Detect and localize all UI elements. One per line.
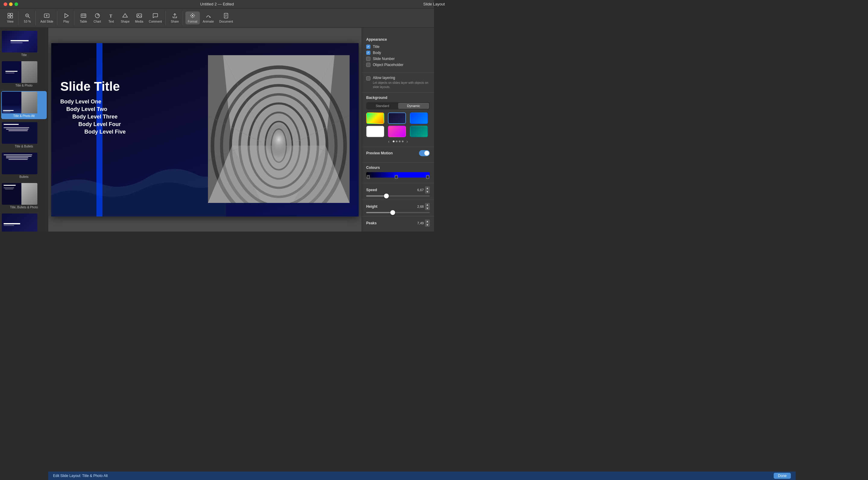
slide-thumb-tbp-label: Title, Bullets & Photo	[2, 206, 46, 210]
table-button[interactable]: Table	[77, 11, 90, 24]
gradient-handle-mid[interactable]	[395, 175, 398, 179]
svg-rect-3	[10, 16, 13, 18]
swatch-pink-purple[interactable]	[388, 126, 406, 137]
slide-thumb-section[interactable]: Section	[1, 213, 47, 232]
peaks-up[interactable]: ▲	[425, 219, 430, 223]
swatch-white[interactable]	[366, 126, 384, 137]
height-value-container: 2,68 ▲ ▼	[417, 203, 430, 210]
shape-button[interactable]: Shape	[119, 11, 132, 24]
speed-slider[interactable]	[366, 196, 430, 197]
background-title: Background	[366, 96, 430, 100]
comment-button[interactable]: Comment	[147, 11, 164, 24]
body-checkbox-label: Body	[373, 51, 381, 55]
swatch-dark-blue[interactable]	[388, 113, 406, 124]
right-panel: Slide Layout Appearance Title Body Slide…	[362, 28, 434, 232]
text-button[interactable]: T Text	[104, 11, 118, 24]
height-row: Height 2,68 ▲ ▼	[366, 203, 430, 210]
animate-button[interactable]: Animate	[200, 11, 216, 24]
allow-layering-section: Allow layering Let objects on slides lay…	[362, 73, 434, 93]
slide-thumb-photoalt[interactable]: Title & Photo Alt	[1, 91, 47, 119]
speed-value: 6,67	[417, 188, 424, 192]
svg-marker-18	[123, 13, 127, 17]
object-placeholder-checkbox[interactable]	[366, 63, 370, 67]
media-label: Media	[135, 20, 143, 23]
animate-label: Animate	[203, 20, 214, 23]
media-button[interactable]: Media	[133, 11, 146, 24]
add-slide-button[interactable]: Add Slide	[38, 11, 56, 24]
slide-body-line-1: Body Level One	[60, 98, 217, 105]
preview-motion-label: Preview Motion	[366, 151, 393, 155]
peaks-down[interactable]: ▼	[425, 223, 430, 227]
format-button[interactable]: Format	[185, 11, 200, 24]
svg-rect-12	[81, 14, 86, 18]
slide-wave-decoration	[51, 150, 226, 216]
bg-dot-3	[399, 141, 401, 142]
swatch-teal-green[interactable]	[410, 126, 428, 137]
standard-toggle-btn[interactable]: Standard	[367, 103, 398, 109]
body-checkbox-row: Body	[366, 51, 430, 55]
height-slider-thumb[interactable]	[390, 210, 395, 215]
slide-body-line-2: Body Level Two	[60, 106, 217, 113]
height-stepper[interactable]: ▲ ▼	[425, 203, 430, 210]
slide-thumb-title-bullets-photo[interactable]: Title, Bullets & Photo	[1, 182, 47, 210]
chart-button[interactable]: Chart	[91, 11, 104, 24]
slide-thumb-bullets-only-label: Bullets	[2, 175, 46, 179]
peaks-label: Peaks	[366, 221, 377, 225]
play-button[interactable]: Play	[60, 11, 73, 24]
svg-text:T: T	[110, 14, 113, 19]
slide-title: Slide Title	[60, 79, 217, 94]
speed-up[interactable]: ▲	[425, 186, 430, 190]
speed-slider-thumb[interactable]	[384, 193, 389, 199]
body-checkbox[interactable]	[366, 51, 370, 55]
swatch-bright-blue[interactable]	[410, 113, 428, 124]
height-slider-container	[366, 212, 430, 213]
speed-down[interactable]: ▼	[425, 190, 430, 193]
swatch-gradient-green[interactable]	[366, 113, 384, 124]
peaks-stepper[interactable]: ▲ ▼	[425, 219, 430, 227]
view-button[interactable]: View	[4, 11, 17, 24]
svg-point-39	[255, 107, 303, 167]
slide-thumb-bullets-only[interactable]: Bullets	[1, 152, 47, 180]
peaks-value-container: 7,49 ▲ ▼	[417, 219, 430, 227]
svg-rect-2	[8, 16, 10, 18]
height-slider[interactable]	[366, 212, 430, 213]
text-label: Text	[108, 20, 114, 23]
chart-label: Chart	[94, 20, 101, 23]
gradient-handle-right[interactable]	[426, 175, 429, 179]
toolbar-zoom-group: 53 %	[20, 11, 36, 25]
object-placeholder-row: Object Placeholder	[366, 63, 430, 67]
height-down[interactable]: ▼	[425, 207, 430, 210]
play-label: Play	[63, 20, 69, 23]
slide-thumb-bullets[interactable]: Title & Bullets	[1, 121, 47, 150]
preview-motion-toggle[interactable]	[419, 150, 430, 156]
shape-label: Shape	[121, 20, 130, 23]
preview-motion-section: Preview Motion	[362, 147, 434, 162]
dynamic-toggle-btn[interactable]: Dynamic	[398, 103, 430, 109]
colour-gradient-bar[interactable]	[366, 172, 430, 178]
allow-layering-checkbox[interactable]	[366, 76, 370, 81]
slide-canvas[interactable]: Slide Title Body Level One Body Level Tw…	[51, 43, 359, 216]
share-label: Share	[171, 20, 179, 23]
svg-rect-19	[137, 14, 142, 18]
svg-marker-11	[65, 13, 68, 18]
comment-label: Comment	[149, 20, 162, 23]
toolbar-view-group: View	[2, 11, 19, 25]
motion-row: Preview Motion	[366, 150, 430, 156]
height-up[interactable]: ▲	[425, 203, 430, 207]
slide-thumb-title[interactable]: Title	[1, 30, 47, 58]
gradient-handle-left[interactable]	[367, 175, 370, 179]
slide-photo	[208, 55, 350, 203]
bg-nav-prev[interactable]: ‹	[388, 139, 390, 144]
view-label: View	[7, 20, 13, 23]
slide-thumb-title-photo[interactable]: Title & Photo	[1, 61, 47, 89]
slide-number-checkbox[interactable]	[366, 57, 370, 61]
document-button[interactable]: Document	[217, 11, 236, 24]
title-checkbox-label: Title	[373, 44, 379, 49]
toolbar: View 53 % Add Slide	[0, 8, 434, 28]
speed-stepper[interactable]: ▲ ▼	[425, 186, 430, 193]
title-checkbox[interactable]	[366, 44, 370, 49]
zoom-button[interactable]: 53 %	[21, 11, 34, 24]
share-button[interactable]: Share	[168, 11, 181, 24]
bg-nav-next[interactable]: ›	[407, 139, 408, 144]
slide-text-area: Slide Title Body Level One Body Level Tw…	[60, 79, 217, 135]
